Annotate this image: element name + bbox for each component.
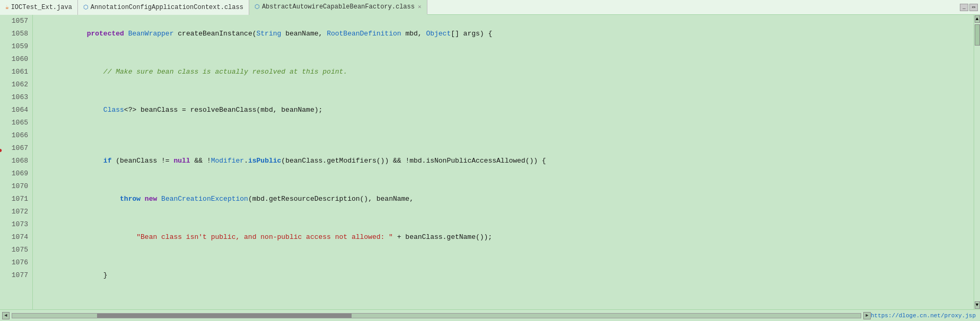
code-line-1060	[37, 129, 974, 142]
line-num-1075: 1075	[2, 244, 28, 256]
horizontal-scroll-track[interactable]	[12, 313, 861, 318]
code-line-1062: throw new BeanCreationException(mbd.getR…	[37, 180, 974, 218]
code-line-1065	[37, 295, 974, 307]
code-content: protected BeanWrapper createBeanInstance…	[33, 15, 974, 309]
tab-label-annotationconfig: AnnotationConfigApplicationContext.class	[91, 4, 243, 11]
line-num-1073: 1073	[2, 218, 28, 231]
code-line-1063: "Bean class isn't public, and non-public…	[37, 218, 974, 256]
line-num-1062: 1062	[2, 78, 28, 91]
tab-annotationconfig[interactable]: ⬡ AnnotationConfigApplicationContext.cla…	[78, 0, 249, 15]
code-line-1064: }	[37, 256, 974, 295]
line-num-1076: 1076	[2, 256, 28, 269]
line-num-1071: 1071	[2, 193, 28, 206]
scroll-down-button[interactable]: ▼	[975, 301, 980, 309]
line-num-1057: 1057	[2, 15, 28, 28]
scroll-right-button[interactable]: ►	[863, 312, 871, 319]
line-num-1060: 1060	[2, 53, 28, 66]
line-num-1065: 1065	[2, 117, 28, 129]
horizontal-scroll-thumb	[97, 314, 352, 318]
tab-label-ioctest: IOCTest_Ext.java	[11, 4, 72, 11]
line-num-1072: 1072	[2, 206, 28, 218]
editor-window: ☕ IOCTest_Ext.java ⬡ AnnotationConfigApp…	[0, 0, 980, 321]
line-num-1074: 1074	[2, 231, 28, 244]
code-editor: 1057 1058 1059 1060 1061 1062 1063 1064 …	[0, 15, 980, 309]
tab-label-abstractautowire: AbstractAutowireCapableBeanFactory.class	[262, 3, 415, 11]
code-line-1059: Class<?> beanClass = resolveBeanClass(mb…	[37, 91, 974, 129]
line-num-1059: 1059	[2, 40, 28, 53]
line-num-1066: 1066	[2, 129, 28, 142]
line-num-1069: 1069	[2, 167, 28, 180]
url-info: https://dloge.cn.net/proxy.jsp	[871, 313, 978, 319]
restore-button[interactable]: ▭	[969, 4, 978, 11]
tab-bar: ☕ IOCTest_Ext.java ⬡ AnnotationConfigApp…	[0, 0, 980, 15]
code-line-1066: if (mbd.getFactoryMethodName() != null) …	[37, 307, 974, 309]
tab-abstractautowire[interactable]: ⬡ AbstractAutowireCapableBeanFactory.cla…	[249, 0, 427, 15]
java-file-icon: ☕	[5, 4, 9, 11]
code-line-1057: protected BeanWrapper createBeanInstance…	[37, 15, 974, 53]
window-controls: _ ▭	[960, 4, 980, 11]
scroll-up-button[interactable]: ▲	[975, 15, 980, 23]
scroll-left-button[interactable]: ◄	[2, 312, 10, 319]
class-file-icon-1: ⬡	[83, 4, 89, 11]
tab-ioctest[interactable]: ☕ IOCTest_Ext.java	[0, 0, 78, 15]
line-num-1058: 1058	[2, 28, 28, 40]
horizontal-scroll-container: ◄ ►	[2, 312, 871, 319]
vertical-scrollbar[interactable]: ▲ ▼	[974, 15, 980, 309]
code-line-1061: if (beanClass != null && !Modifier.isPub…	[37, 142, 974, 180]
close-tab-button[interactable]: ✕	[418, 3, 422, 10]
line-num-1068: 1068	[2, 155, 28, 167]
class-file-icon-2: ⬡	[255, 3, 260, 10]
line-num-1067: ● 1067	[2, 142, 28, 155]
line-num-1063: 1063	[2, 91, 28, 104]
line-num-1064: 1064	[2, 104, 28, 117]
code-line-1058: // Make sure bean class is actually reso…	[37, 53, 974, 91]
minimize-button[interactable]: _	[960, 4, 968, 11]
scroll-track	[974, 47, 980, 301]
line-numbers: 1057 1058 1059 1060 1061 1062 1063 1064 …	[0, 15, 33, 309]
scroll-thumb[interactable]	[975, 24, 980, 46]
arrow-curve-start: ↘	[798, 307, 804, 309]
bottom-bar: ◄ ► https://dloge.cn.net/proxy.jsp	[0, 309, 980, 321]
line-num-1070: 1070	[2, 180, 28, 193]
line-num-1061: 1061	[2, 66, 28, 78]
breakpoint-indicator: ●	[0, 144, 2, 157]
line-num-1077: 1077	[2, 269, 28, 282]
